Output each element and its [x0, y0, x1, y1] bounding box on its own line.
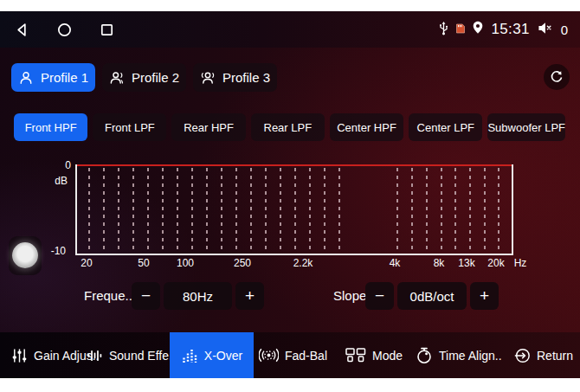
tab-front-hpf[interactable]: Front HPF [14, 113, 87, 141]
slope-minus-button[interactable]: − [365, 282, 394, 310]
tab-front-lpf[interactable]: Front LPF [93, 113, 166, 141]
nav-label: Sound Effe.. [109, 349, 176, 363]
device-frame: 15:31 0 Profile 1 [0, 0, 580, 392]
crossover-controls: Freque.. − 80Hz + Slope − 0dB/oct + [0, 282, 580, 310]
y-axis-tick-min10: -10 [43, 245, 66, 257]
equalizer-icon [181, 347, 198, 364]
tab-rear-lpf[interactable]: Rear LPF [251, 113, 325, 141]
nav-label: Return [537, 349, 573, 363]
profile-label: Profile 1 [41, 70, 88, 85]
nav-time-align[interactable]: Time Align.. [416, 332, 502, 378]
bezel-top [0, 0, 580, 11]
tab-center-hpf[interactable]: Center HPF [330, 113, 403, 141]
tab-center-lpf[interactable]: Center LPF [409, 113, 482, 141]
slope-plus-button[interactable]: + [470, 282, 499, 310]
sound-wave-icon [87, 347, 103, 364]
filter-label: Rear HPF [184, 121, 234, 134]
nav-label: X-Over [204, 349, 242, 363]
x-tick: 8k [434, 257, 445, 269]
filter-label: Rear LPF [264, 121, 313, 134]
x-tick: 13k [458, 257, 474, 269]
profile-label: Profile 2 [132, 70, 179, 85]
frequency-label: Freque.. [84, 282, 132, 310]
sd-card-icon [455, 22, 466, 37]
tab-profile-1[interactable]: Profile 1 [11, 63, 95, 92]
profile-tabs: Profile 1 Profile 2 Profile 3 [11, 63, 277, 92]
slope-label: Slope [333, 282, 366, 310]
person-2-icon [109, 70, 125, 86]
nav-label: Mode [372, 349, 403, 363]
frequency-minus-button[interactable]: − [132, 282, 160, 310]
home-icon[interactable] [55, 20, 74, 39]
tab-subwoofer-lpf[interactable]: Subwoofer LPF [487, 113, 565, 141]
reset-button[interactable] [544, 64, 570, 90]
gain-sliders-icon [11, 347, 28, 364]
screen: 15:31 0 Profile 1 [0, 11, 580, 378]
nav-return[interactable]: Return [513, 332, 573, 378]
profile-label: Profile 3 [222, 70, 270, 85]
filter-label: Front LPF [105, 121, 155, 134]
crossover-knob[interactable] [9, 236, 42, 275]
person-3-icon [200, 70, 216, 86]
back-icon[interactable] [12, 20, 31, 39]
filter-label: Front HPF [25, 121, 77, 134]
x-tick: 2.2k [293, 257, 313, 269]
x-tick: 20 [81, 257, 92, 269]
nav-fad-bal[interactable]: Fad-Bal [259, 332, 327, 378]
return-arrow-icon [513, 347, 531, 364]
stopwatch-icon [416, 347, 433, 364]
x-tick: 50 [138, 257, 149, 269]
status-icons: 15:31 0 [438, 21, 568, 39]
response-curve [77, 164, 512, 166]
tab-profile-3[interactable]: Profile 3 [193, 63, 277, 92]
x-axis-unit: Hz [514, 257, 527, 269]
mute-icon [538, 22, 554, 38]
tab-rear-hpf[interactable]: Rear HPF [171, 113, 245, 141]
y-axis-tick-0: 0 [48, 159, 71, 171]
filter-label: Center HPF [337, 121, 396, 134]
recents-icon[interactable] [97, 20, 116, 39]
person-icon [18, 70, 34, 86]
location-icon [472, 21, 484, 38]
x-tick: 4k [390, 257, 401, 269]
status-bar: 15:31 0 [0, 11, 580, 48]
bottom-nav: Gain Adjus.. Sound Effe.. [0, 332, 580, 378]
x-tick: 100 [177, 257, 194, 269]
frequency-value: 80Hz [164, 282, 232, 310]
nav-label: Time Align.. [439, 349, 502, 363]
fader-balance-icon [259, 347, 279, 363]
mode-grid-icon [345, 348, 366, 363]
nav-sound-effect[interactable]: Sound Effe.. [87, 332, 176, 378]
x-tick: 250 [234, 257, 251, 269]
crossover-filter-tabs: Front HPF Front LPF Rear HPF Rear LPF Ce… [14, 113, 565, 141]
usb-icon [438, 21, 449, 39]
clock: 15:31 [492, 21, 530, 38]
refresh-icon [550, 70, 564, 84]
filter-label: Subwoofer LPF [487, 121, 565, 134]
frequency-response-plot [75, 164, 513, 255]
tab-profile-2[interactable]: Profile 2 [102, 63, 186, 92]
bezel-bottom [0, 378, 580, 392]
nav-mode[interactable]: Mode [345, 332, 403, 378]
knob-handle[interactable] [12, 242, 38, 268]
slope-value: 0dB/oct [397, 282, 467, 310]
nav-label: Fad-Bal [285, 349, 327, 363]
volume-level: 0 [561, 22, 568, 37]
filter-label: Center LPF [417, 121, 474, 134]
frequency-plus-button[interactable]: + [235, 282, 264, 310]
android-nav [12, 20, 116, 39]
y-axis-unit: dB [45, 175, 68, 187]
nav-x-over[interactable]: X-Over [170, 332, 254, 378]
x-tick: 20k [487, 257, 504, 269]
